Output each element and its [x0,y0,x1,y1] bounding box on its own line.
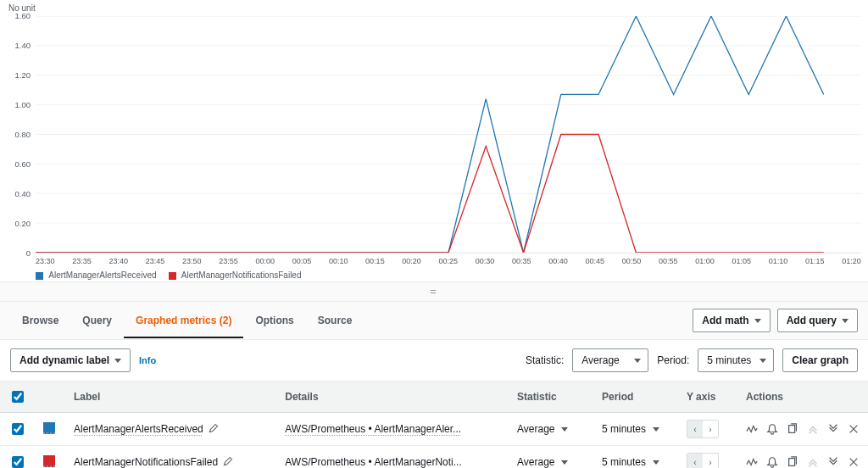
col-yaxis: Y axis [678,382,737,413]
row-checkbox[interactable] [12,456,24,468]
row-period-select[interactable]: 5 minutes [602,423,659,435]
x-tick: 00:50 [622,257,642,265]
row-statistic-select[interactable]: Average [517,456,568,468]
yaxis-toggle[interactable]: ‹› [687,453,719,468]
axis-right-icon: › [703,454,718,468]
x-tick: 00:40 [548,257,568,265]
x-tick: 00:20 [402,257,421,265]
x-tick: 00:35 [512,257,531,265]
caret-down-icon [653,460,659,465]
y-tick: 1.00 [15,101,31,109]
copy-icon[interactable] [787,456,798,468]
caret-down-icon [561,460,568,465]
col-period: Period [593,382,678,413]
row-actions [746,456,860,468]
x-tick: 01:05 [732,257,751,265]
row-checkbox[interactable] [12,423,24,435]
x-tick: 01:00 [695,257,715,265]
series-color-chip[interactable] [43,422,55,434]
svg-rect-9 [789,426,795,433]
plot-area[interactable] [36,16,861,254]
legend-swatch-blue [36,272,43,280]
col-statistic: Statistic [509,382,593,413]
y-tick: 1.20 [15,71,31,80]
y-tick: 1.60 [15,12,31,20]
caret-down-icon [114,359,121,363]
move-up-icon[interactable] [807,456,819,468]
edit-icon[interactable] [223,456,233,466]
x-tick: 23:45 [146,257,165,265]
metric-label[interactable]: AlertManagerAlertsReceived [65,413,276,446]
metrics-table: Label Details Statistic Period Y axis Ac… [0,381,868,468]
col-label: Label [65,382,276,413]
drag-handle-icon[interactable]: = [0,281,868,302]
caret-down-icon [760,359,766,363]
svg-rect-10 [789,459,795,466]
legend-item-2[interactable]: AlertManagerNotificationsFailed [169,270,302,280]
metric-details: AWS/Prometheus • AlertManagerNoti... [276,446,509,469]
edit-icon[interactable] [209,423,219,433]
caret-down-icon [634,359,641,363]
alarm-icon[interactable] [766,423,778,435]
axis-left-icon: ‹ [687,454,703,468]
add-math-button[interactable]: Add math [693,309,770,332]
legend-swatch-red [169,272,176,280]
series-color-chip[interactable] [43,455,55,467]
tab-query[interactable]: Query [70,304,124,337]
yaxis-toggle[interactable]: ‹› [687,420,719,438]
close-icon[interactable] [848,456,860,468]
x-tick: 01:10 [769,257,788,265]
metric-label[interactable]: AlertManagerNotificationsFailed [65,446,276,469]
x-tick: 23:30 [36,257,55,265]
x-tick: 00:25 [439,257,459,265]
caret-down-icon [653,427,659,432]
select-all-checkbox[interactable] [12,391,24,403]
tab-graphed-metrics[interactable]: Graphed metrics (2) [124,304,243,338]
axis-left-icon: ‹ [687,421,703,437]
metric-details: AWS/Prometheus • AlertManagerAler... [276,413,509,446]
statistic-select[interactable]: Average [572,348,648,372]
y-tick: 1.40 [15,42,31,50]
x-tick: 00:00 [255,257,275,265]
x-tick: 00:15 [365,257,385,265]
period-select[interactable]: 5 minutes [698,348,774,372]
tab-options[interactable]: Options [243,304,305,337]
add-query-button[interactable]: Add query [777,309,858,332]
row-period-select[interactable]: 5 minutes [602,456,659,468]
controls-row: Add dynamic label Info Statistic: Averag… [0,340,868,381]
y-axis: 00.200.400.600.801.001.201.401.60 [7,16,36,254]
table-row: AlertManagerAlertsReceived AWS/Prometheu… [0,413,868,446]
caret-down-icon [754,319,761,323]
close-icon[interactable] [848,423,860,435]
y-tick: 0.80 [15,131,31,139]
col-actions: Actions [737,382,868,413]
x-tick: 01:15 [805,257,825,265]
col-details: Details [276,382,509,413]
y-tick: 0 [26,249,31,258]
tab-bar: Browse Query Graphed metrics (2) Options… [0,302,868,340]
tab-source[interactable]: Source [306,304,364,337]
copy-icon[interactable] [787,423,798,435]
statistic-label: Statistic: [526,354,564,366]
alarm-icon[interactable] [766,456,778,468]
anomaly-icon[interactable] [746,423,758,435]
x-tick: 23:50 [182,257,202,265]
caret-down-icon [561,427,568,432]
x-tick: 00:45 [586,257,605,265]
y-tick: 0.60 [15,160,31,169]
legend-item-1[interactable]: AlertManagerAlertsReceived [36,270,157,280]
table-row: AlertManagerNotificationsFailed AWS/Prom… [0,446,868,469]
anomaly-icon[interactable] [746,456,758,468]
move-down-icon[interactable] [827,456,839,468]
clear-graph-button[interactable]: Clear graph [782,348,858,372]
row-statistic-select[interactable]: Average [517,423,568,435]
axis-right-icon: › [703,421,718,437]
x-tick: 23:55 [219,257,238,265]
move-down-icon[interactable] [827,423,839,435]
yaxis-label: No unit [8,3,861,13]
move-up-icon[interactable] [807,423,819,435]
chart-panel: No unit 00.200.400.600.801.001.201.401.6… [0,0,868,280]
tab-browse[interactable]: Browse [10,304,70,337]
info-link[interactable]: Info [139,355,156,365]
add-dynamic-label-button[interactable]: Add dynamic label [10,348,131,372]
